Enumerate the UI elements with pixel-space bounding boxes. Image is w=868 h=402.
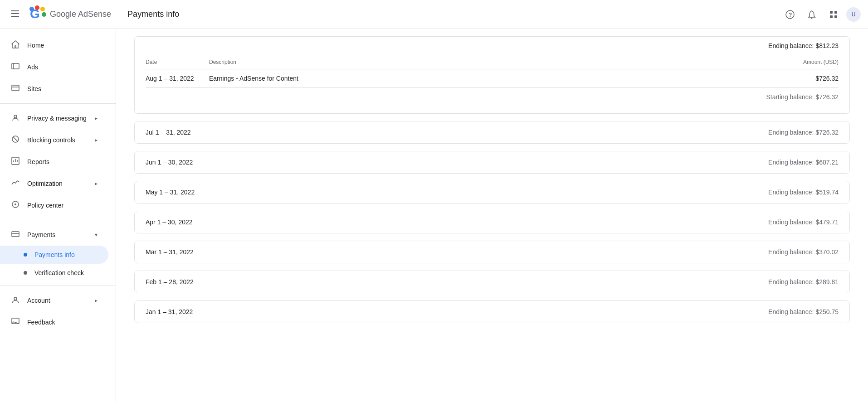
- period-header-jun-2022[interactable]: Jun 1 – 30, 2022 Ending balance: $607.21: [135, 151, 849, 173]
- period-header-apr-2022[interactable]: Apr 1 – 30, 2022 Ending balance: $479.71: [135, 211, 849, 233]
- sidebar-item-payments-label: Payments: [27, 231, 55, 238]
- svg-rect-13: [834, 11, 837, 14]
- help-button[interactable]: ?: [781, 5, 799, 24]
- svg-point-28: [15, 203, 16, 205]
- svg-rect-15: [834, 15, 837, 18]
- svg-point-6: [35, 5, 39, 10]
- svg-point-11: [811, 17, 813, 19]
- nav-divider-2: [0, 220, 116, 220]
- period-card-apr-2022[interactable]: Apr 1 – 30, 2022 Ending balance: $479.71: [134, 211, 850, 233]
- sidebar-item-privacy-label: Privacy & messaging: [27, 115, 87, 122]
- sidebar-item-privacy-messaging[interactable]: Privacy & messaging ▸: [0, 107, 108, 129]
- period-card-jul-2022[interactable]: Jul 1 – 31, 2022 Ending balance: $726.32: [134, 121, 850, 144]
- chevron-privacy-icon: ▸: [95, 115, 98, 121]
- period-balance-may-2022: Ending balance: $519.74: [768, 189, 839, 196]
- period-balance-jun-2022: Ending balance: $607.21: [768, 159, 839, 166]
- period-date-jan-2022: Jan 1 – 31, 2022: [146, 308, 193, 315]
- account-icon: [11, 295, 20, 306]
- hamburger-menu-button[interactable]: [7, 7, 23, 22]
- sidebar-item-policy-label: Policy center: [27, 202, 63, 209]
- period-header-mar-2022[interactable]: Mar 1 – 31, 2022 Ending balance: $370.02: [135, 241, 849, 263]
- ads-icon: [11, 62, 20, 73]
- sidebar-item-optimization[interactable]: Optimization ▸: [0, 173, 108, 194]
- reports-icon: [11, 157, 20, 167]
- svg-rect-12: [830, 11, 833, 14]
- period-card-aug-2022: Ending balance: $812.23 Date Description…: [134, 36, 850, 114]
- nav-divider-1: [0, 103, 116, 104]
- sidebar-item-ads-label: Ads: [27, 63, 38, 71]
- period-date-apr-2022: Apr 1 – 30, 2022: [146, 218, 193, 226]
- svg-rect-2: [11, 16, 19, 17]
- period-card-feb-2022[interactable]: Feb 1 – 28, 2022 Ending balance: $289.81: [134, 271, 850, 293]
- chevron-blocking-icon: ▸: [95, 137, 98, 143]
- sidebar-subitem-payments-info-label: Payments info: [34, 251, 75, 258]
- period-header-may-2022[interactable]: May 1 – 31, 2022 Ending balance: $519.74: [135, 181, 849, 203]
- nav-divider-3: [0, 286, 116, 286]
- feedback-icon: [11, 317, 20, 328]
- sidebar-item-feedback[interactable]: Feedback: [0, 311, 108, 333]
- svg-point-8: [42, 12, 46, 17]
- sidebar-item-reports-label: Reports: [27, 158, 49, 165]
- table-header: Date Description Amount (USD): [146, 55, 839, 69]
- sidebar-item-home[interactable]: Home: [0, 34, 108, 56]
- period-date-jun-2022: Jun 1 – 30, 2022: [146, 159, 193, 166]
- optimization-icon: [11, 179, 20, 189]
- page-title: Payments info: [127, 10, 179, 19]
- sidebar-item-ads[interactable]: Ads: [0, 56, 108, 78]
- sidebar-item-payments[interactable]: Payments ▾: [0, 224, 108, 246]
- topbar: G Google AdSense Payments info ?: [0, 0, 868, 29]
- sidebar-subitem-verification-check-label: Verification check: [34, 269, 84, 276]
- topbar-left: G Google AdSense Payments info: [7, 5, 179, 24]
- svg-rect-16: [12, 63, 19, 69]
- avatar[interactable]: U: [846, 7, 861, 22]
- period-balance-mar-2022: Ending balance: $370.02: [768, 248, 839, 256]
- notification-button[interactable]: [803, 5, 821, 24]
- svg-rect-0: [11, 10, 19, 11]
- main-content: Ending balance: $812.23 Date Description…: [116, 29, 868, 402]
- starting-balance-aug: Starting balance: $726.32: [146, 88, 839, 106]
- period-date-mar-2022: Mar 1 – 31, 2022: [146, 248, 194, 256]
- privacy-icon: [11, 113, 20, 124]
- home-icon: [11, 40, 20, 51]
- sidebar-item-reports[interactable]: Reports: [0, 151, 108, 173]
- sidebar-subitem-verification-check[interactable]: Verification check: [0, 264, 108, 282]
- period-header-feb-2022[interactable]: Feb 1 – 28, 2022 Ending balance: $289.81: [135, 271, 849, 293]
- col-header-date: Date: [146, 59, 209, 65]
- sidebar-item-home-label: Home: [27, 42, 44, 49]
- transaction-date-0: Aug 1 – 31, 2022: [146, 75, 209, 82]
- sidebar-item-sites[interactable]: Sites: [0, 78, 108, 100]
- period-card-mar-2022[interactable]: Mar 1 – 31, 2022 Ending balance: $370.02: [134, 241, 850, 263]
- col-header-description: Description: [209, 59, 770, 65]
- svg-point-7: [40, 7, 45, 11]
- svg-rect-14: [830, 15, 833, 18]
- period-card-jun-2022[interactable]: Jun 1 – 30, 2022 Ending balance: $607.21: [134, 151, 850, 174]
- sidebar-item-account-label: Account: [27, 297, 50, 304]
- payments-content: Ending balance: $812.23 Date Description…: [134, 29, 850, 349]
- period-date-may-2022: May 1 – 31, 2022: [146, 189, 195, 196]
- ending-balance-aug: Ending balance: $812.23: [146, 37, 839, 55]
- topbar-right: ? U: [781, 5, 861, 24]
- col-header-amount: Amount (USD): [770, 59, 839, 65]
- transaction-amount-0: $726.32: [770, 75, 839, 82]
- transaction-row-0: Aug 1 – 31, 2022 Earnings - AdSense for …: [146, 69, 839, 88]
- collapsed-periods: Jul 1 – 31, 2022 Ending balance: $726.32…: [134, 121, 850, 323]
- period-balance-apr-2022: Ending balance: $479.71: [768, 218, 839, 226]
- sidebar-item-account[interactable]: Account ▸: [0, 290, 108, 311]
- period-header-jan-2022[interactable]: Jan 1 – 31, 2022 Ending balance: $250.75: [135, 301, 849, 323]
- apps-button[interactable]: [824, 5, 843, 24]
- transaction-desc-0: Earnings - AdSense for Content: [209, 75, 770, 82]
- chevron-account-icon: ▸: [95, 297, 98, 304]
- app-name: Google AdSense: [50, 10, 111, 19]
- period-card-jan-2022[interactable]: Jan 1 – 31, 2022 Ending balance: $250.75: [134, 300, 850, 323]
- dot-verification-check: [24, 271, 27, 275]
- policy-icon: [11, 200, 20, 211]
- nav-section-main: Home Ads Sites: [0, 33, 116, 335]
- sidebar-item-feedback-label: Feedback: [27, 319, 55, 326]
- sidebar-item-blocking-controls[interactable]: Blocking controls ▸: [0, 129, 108, 151]
- period-card-may-2022[interactable]: May 1 – 31, 2022 Ending balance: $519.74: [134, 181, 850, 203]
- period-header-jul-2022[interactable]: Jul 1 – 31, 2022 Ending balance: $726.32: [135, 121, 849, 143]
- period-date-feb-2022: Feb 1 – 28, 2022: [146, 278, 194, 286]
- sites-icon: [11, 84, 20, 94]
- sidebar-item-policy-center[interactable]: Policy center: [0, 194, 108, 216]
- sidebar-subitem-payments-info[interactable]: Payments info: [0, 246, 108, 264]
